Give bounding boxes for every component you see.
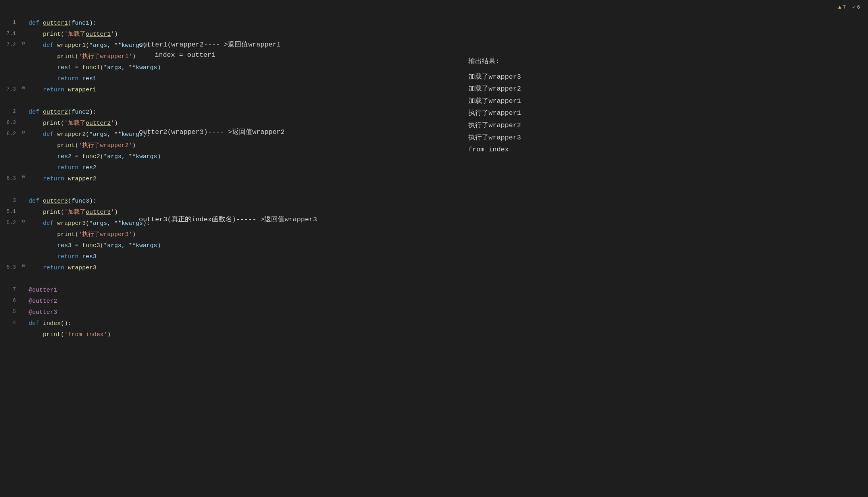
line-content: res2 = func2(*args, **kwargs) [27,152,460,162]
code-token: def [43,131,57,138]
code-token: ) [114,31,118,38]
fold-icon[interactable]: ⊟ [22,174,25,179]
code-token: res2 [57,153,71,160]
output-label: 输出结果: [468,56,627,68]
code-token: '执行了wrapper1' [79,53,132,60]
code-line: return res1 [0,74,460,85]
code-token: print [57,142,75,149]
code-token: func3 [82,242,100,249]
code-token: ( [68,198,71,205]
code-token: outter1 [86,31,111,38]
line-number [0,63,20,64]
code-token: ) [132,142,136,149]
fold-icon[interactable]: ⊟ [22,41,25,46]
diagram-1-text: outter1(wrapper2---- >返回值wrapper1 [139,40,281,49]
code-token: ' [111,120,114,127]
code-token: def [29,320,43,327]
code-token: @outter1 [29,287,57,294]
code-token: print [43,331,61,338]
output-item: 加载了wrapper1 [468,95,627,108]
code-token: (* [86,220,93,227]
line-content: def outter3(func3): [27,196,460,207]
code-token: kwargs [136,64,157,71]
code-token: , ** [107,42,121,49]
line-content: return wrapper3 [27,263,460,274]
code-token: ' [111,31,114,38]
code-token: 'from index' [64,331,107,338]
code-token: func1 [71,20,89,27]
code-token: args [93,42,107,49]
code-line: return res3 [0,252,460,263]
fold-decoration[interactable]: ⊟ [20,85,27,90]
code-token: (* [86,131,93,138]
fold-decoration[interactable]: ⊟ [20,41,27,46]
line-number: 7.1 [0,29,20,37]
code-token: = [71,242,82,249]
line-number: 5.2 [0,219,20,226]
code-token: ' [111,209,114,216]
line-number [0,330,20,331]
code-token: outter3 [43,198,68,205]
code-line [0,274,460,285]
code-line: 4def index(): [0,319,460,330]
code-line: 6@outter2 [0,296,460,307]
fold-decoration[interactable]: ⊟ [20,219,27,224]
code-token: res2 [82,164,96,171]
code-line: res1 = func1(*args, **kwargs) [0,63,460,74]
code-line: 7.1 print('加载了outter1') [0,29,460,41]
code-token: ( [61,331,64,338]
code-token: def [29,198,43,205]
fold-decoration[interactable]: ⊟ [20,174,27,179]
output-item: 加载了wrapper2 [468,83,627,95]
code-token: res3 [57,242,71,249]
fold-icon[interactable]: ⊟ [22,130,25,135]
line-number: 5.1 [0,207,20,215]
line-number: 7 [0,285,20,292]
code-line: 3def outter3(func3): [0,196,460,207]
output-item: 执行了wrapper1 [468,107,627,120]
fold-icon[interactable]: ⊟ [22,85,25,90]
code-token: return [43,265,68,271]
code-token: outter2 [43,109,68,116]
code-token: (* [86,42,93,49]
code-token: '加载了 [64,120,86,127]
line-content: print('加载了outter1') [27,29,460,40]
code-line: print('from index') [0,330,460,341]
code-token: ): [89,109,96,116]
line-number [0,252,20,253]
line-number [0,163,20,164]
code-token: def [29,109,43,116]
code-token: , ** [121,153,136,160]
code-token: ( [61,120,64,127]
check-count: 6 [857,4,860,10]
code-token: wrapper1 [57,42,86,49]
code-line [0,96,460,107]
line-number: 2 [0,107,20,114]
fold-decoration[interactable]: ⊟ [20,130,27,135]
code-token: func2 [82,153,100,160]
warning-icon: ▲ [838,4,841,10]
line-content: print('执行了wrapper3') [27,230,460,240]
code-editor[interactable]: 1def outter1(func1):7.1 print('加载了outter… [0,14,460,497]
line-content: res1 = func1(*args, **kwargs) [27,63,460,73]
code-token: print [43,31,61,38]
warning-count: 7 [843,4,846,10]
line-content: print('执行了wrapper2') [27,141,460,151]
code-token: ) [114,120,118,127]
check-badge: ✓ 6 [852,4,860,10]
code-line [0,185,460,196]
fold-decoration[interactable]: ⊟ [20,263,27,268]
code-token: (* [100,242,107,249]
line-number: 3 [0,196,20,203]
code-token: res1 [82,75,96,82]
output-item: from index [468,144,627,156]
fold-icon[interactable]: ⊟ [22,219,25,224]
line-number: 6.3 [0,174,20,181]
code-line: print('执行了wrapper3') [0,230,460,241]
code-line: 5@outter3 [0,307,460,319]
line-number [0,96,20,97]
diagram-1: outter1(wrapper2---- >返回值wrapper1index =… [139,40,281,59]
fold-icon[interactable]: ⊟ [22,263,25,268]
code-token: (* [100,64,107,71]
line-content: def index(): [27,319,460,329]
